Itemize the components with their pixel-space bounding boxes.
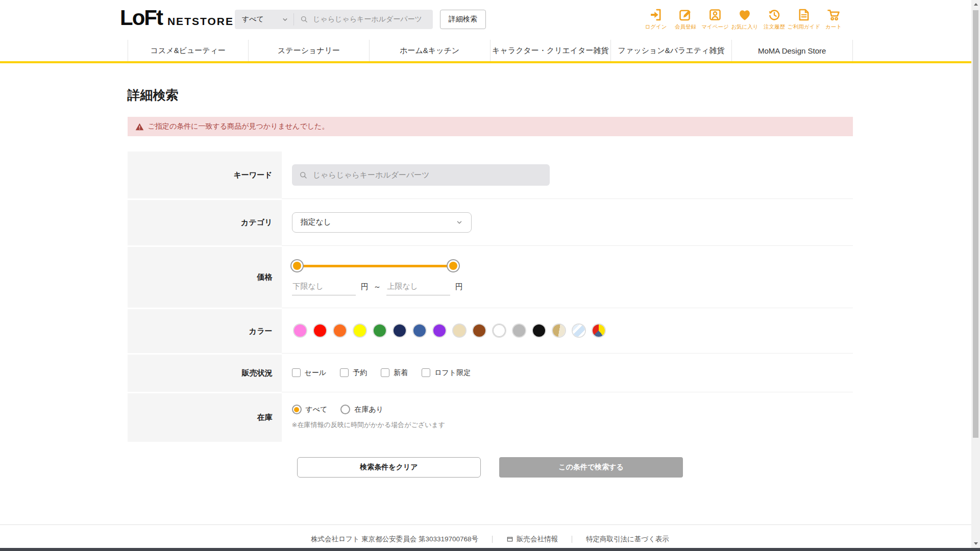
color-swatch-blue[interactable]: [413, 324, 426, 337]
search-input[interactable]: じゃらじゃらキーホルダーパーツ: [294, 15, 433, 24]
checkbox-sale[interactable]: セール: [292, 368, 327, 378]
category-nav: コスメ&ビューティー ステーショナリー ホーム&キッチン キャラクター・クリエイ…: [0, 40, 980, 63]
login-label: ログイン: [645, 23, 667, 31]
cart-label: カート: [825, 23, 842, 31]
color-swatch-gray[interactable]: [513, 324, 525, 337]
price-unit-min: 円: [361, 282, 369, 295]
sales-status-label: 販売状況: [128, 353, 282, 392]
color-swatch-orange[interactable]: [334, 324, 346, 337]
radio-stock-all-circle: [292, 405, 302, 414]
price-slider[interactable]: [293, 259, 457, 272]
color-swatches: [294, 324, 853, 337]
form-actions: 検索条件をクリア この条件で検索する: [128, 457, 853, 478]
logo-netstore-text: NETSTORE: [167, 15, 234, 28]
form-row-color: カラー: [128, 308, 853, 353]
nav-item-moma[interactable]: MoMA Design Store: [731, 40, 853, 61]
mypage-link[interactable]: マイページ: [700, 8, 730, 31]
radio-stock-available-circle: [340, 405, 350, 414]
login-link[interactable]: ログイン: [641, 8, 671, 31]
color-swatch-multicolor[interactable]: [593, 324, 605, 337]
checkbox-sale-box: [292, 368, 301, 377]
color-swatch-black[interactable]: [533, 324, 545, 337]
keyword-input-value: じゃらじゃらキーホルダーパーツ: [313, 170, 430, 180]
footer-legal-label: 特定商取引法に基づく表示: [586, 535, 669, 544]
checkbox-new[interactable]: 新着: [381, 368, 408, 378]
color-swatch-beige[interactable]: [453, 324, 465, 337]
page-title: 詳細検索: [128, 87, 853, 104]
scrollbar-up-button[interactable]: [971, 0, 980, 9]
price-max-input[interactable]: 上限なし: [386, 281, 450, 295]
price-label: 価格: [128, 245, 282, 308]
checkbox-sale-label: セール: [305, 368, 327, 378]
checkbox-preorder-box: [340, 368, 349, 377]
loft-logo[interactable]: LoFt NETSTORE: [120, 7, 234, 29]
price-slider-track[interactable]: [297, 265, 453, 267]
price-slider-handle-min[interactable]: [293, 262, 301, 270]
advanced-search-button-label: 詳細検索: [449, 15, 477, 24]
order-history-link[interactable]: 注文履歴: [760, 8, 789, 31]
nav-item-stationery[interactable]: ステーショナリー: [248, 40, 369, 61]
register-link[interactable]: 会員登録: [671, 8, 700, 31]
favorites-heart-icon: [738, 8, 752, 22]
favorites-link[interactable]: お気に入り: [730, 8, 760, 31]
nav-item-character-creator[interactable]: キャラクター・クリエイター雑貨: [490, 40, 611, 61]
color-swatch-yellow[interactable]: [354, 324, 366, 337]
search-icon: [299, 171, 308, 180]
radio-stock-all-label: すべて: [306, 405, 328, 414]
color-swatch-clear[interactable]: [573, 324, 585, 337]
header-search: すべて じゃらじゃらキーホルダーパーツ 詳細検索: [235, 10, 486, 29]
color-swatch-pink[interactable]: [294, 324, 306, 337]
checkbox-preorder[interactable]: 予約: [340, 368, 367, 378]
window-bottom-edge: [0, 548, 980, 551]
nav-item-home-kitchen[interactable]: ホーム&キッチン: [369, 40, 490, 61]
color-swatch-gold[interactable]: [553, 324, 565, 337]
radio-stock-all[interactable]: すべて: [292, 405, 328, 414]
logo-loft-text: LoFt: [120, 7, 162, 29]
mypage-label: マイページ: [701, 23, 728, 31]
color-swatch-purple[interactable]: [433, 324, 446, 337]
checkbox-new-box: [381, 368, 389, 377]
price-slider-handle-max[interactable]: [449, 262, 457, 270]
nav-item-fashion-variety[interactable]: ファッション&バラエティ雑貨: [610, 40, 731, 61]
category-select-value: 指定なし: [301, 217, 332, 227]
header-search-box: すべて じゃらじゃらキーホルダーパーツ: [235, 10, 433, 29]
form-row-stock: 在庫 すべて 在庫あり ※在庫情報の反映に時間がかかる場合がございます: [128, 392, 853, 442]
footer-company-info-link[interactable]: 販売会社情報: [506, 535, 558, 544]
cart-link[interactable]: カート: [819, 8, 848, 31]
radio-stock-available[interactable]: 在庫あり: [340, 405, 383, 414]
color-swatch-white[interactable]: [493, 324, 505, 337]
clear-search-button[interactable]: 検索条件をクリア: [297, 457, 481, 478]
nav-item-cosme-beauty[interactable]: コスメ&ビューティー: [128, 40, 249, 61]
header: LoFt NETSTORE すべて じゃらじゃらキーホルダーパーツ 詳細検索 ロ…: [0, 0, 980, 40]
checkbox-loft-limited[interactable]: ロフト限定: [422, 368, 471, 378]
cart-icon: [826, 8, 841, 22]
window-icon: [506, 536, 513, 543]
vertical-scrollbar[interactable]: [971, 0, 980, 551]
scrollbar-thumb[interactable]: [973, 10, 978, 438]
form-row-price: 価格 下限なし 円 ～ 上限なし 円: [128, 245, 853, 308]
main-content: 詳細検索 ご指定の条件に一致する商品が見つかりませんでした。 キーワード じゃら…: [128, 63, 853, 478]
guide-link[interactable]: ご利用ガイド: [789, 8, 819, 31]
advanced-search-button[interactable]: 詳細検索: [440, 10, 486, 29]
category-select[interactable]: 指定なし: [292, 212, 472, 233]
price-min-input[interactable]: 下限なし: [292, 281, 356, 295]
guide-document-icon: [797, 8, 811, 22]
stock-label: 在庫: [128, 392, 282, 442]
submit-search-button[interactable]: この条件で検索する: [499, 457, 683, 478]
color-swatch-brown[interactable]: [473, 324, 485, 337]
footer-divider: [572, 536, 572, 543]
warning-icon: [135, 122, 144, 131]
price-unit-max: 円: [455, 282, 463, 295]
order-history-label: 注文履歴: [764, 23, 785, 31]
scrollbar-down-button[interactable]: [971, 539, 980, 548]
color-swatch-navy[interactable]: [394, 324, 406, 337]
search-category-select[interactable]: すべて: [235, 13, 294, 26]
color-swatch-green[interactable]: [374, 324, 386, 337]
footer-legal-link[interactable]: 特定商取引法に基づく表示: [586, 535, 669, 544]
favorites-label: お気に入り: [731, 23, 758, 31]
login-icon: [649, 8, 663, 22]
color-label: カラー: [128, 308, 282, 353]
color-swatch-red[interactable]: [314, 324, 326, 337]
keyword-input[interactable]: じゃらじゃらキーホルダーパーツ: [292, 164, 550, 186]
form-row-keyword: キーワード じゃらじゃらキーホルダーパーツ: [128, 152, 853, 198]
